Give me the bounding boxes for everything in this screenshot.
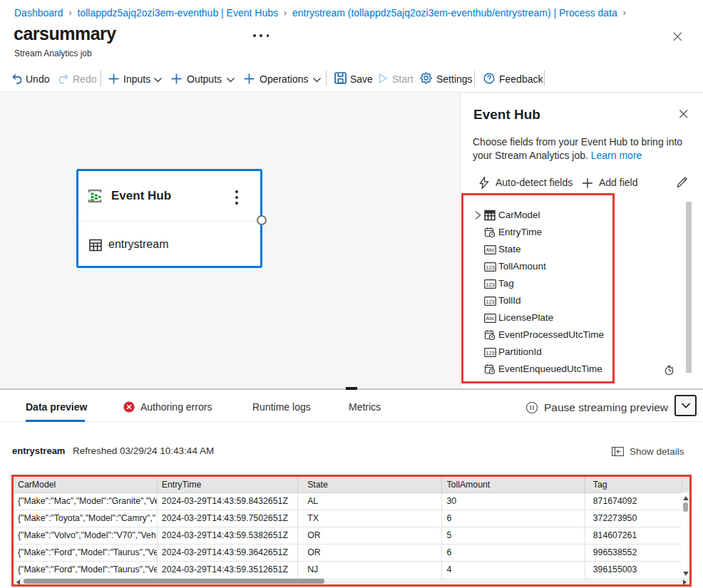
svg-text:123: 123 [486,264,495,271]
svg-text:Abc: Abc [486,247,495,252]
svg-text:123: 123 [486,350,495,356]
svg-text:123: 123 [486,299,495,305]
svg-text:Abc: Abc [486,316,495,321]
svg-text:123: 123 [486,282,495,288]
